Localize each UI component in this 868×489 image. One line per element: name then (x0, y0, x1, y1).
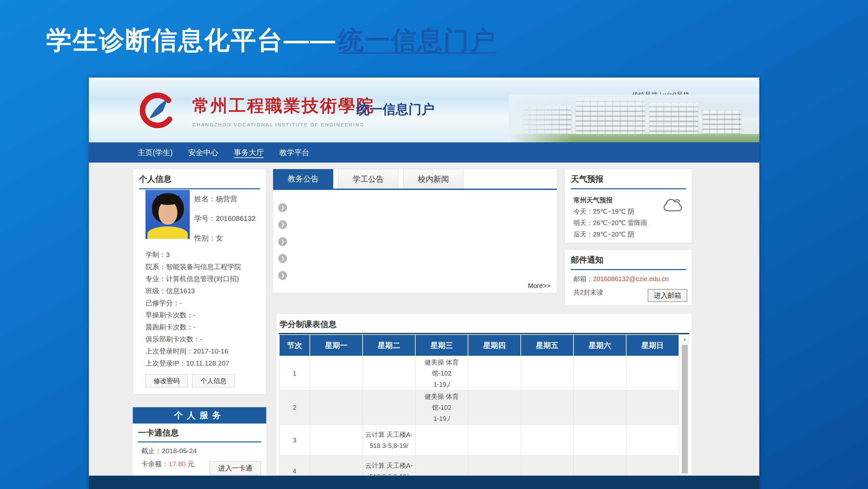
onecard-deadline: 截止：2018-05-24 (141, 446, 266, 455)
mail-unread-suffix: 封未读 (584, 289, 603, 296)
mail-unread-count: 2 (580, 289, 584, 296)
personal-services-title: 个人服务 (133, 407, 266, 424)
school-logo-icon (137, 92, 176, 132)
portal-header: 常州工程職業技術學院 CHANGZHOU VOCATIONAL INSTITUT… (89, 78, 759, 142)
weather-forecast-line: 后天：29℃~20℃ 阴 (574, 229, 692, 240)
profile-detail-line: 班级：信息1613 (146, 285, 261, 297)
schedule-cell (574, 356, 626, 391)
mail-address-label: 邮箱： (574, 275, 593, 283)
campus-ground (509, 134, 759, 142)
schedule-col-header: 星期六 (574, 335, 626, 356)
school-name-en: CHANGZHOU VOCATIONAL INSTITUTE OF ENGINE… (192, 122, 375, 127)
announcement-item[interactable]: ❯ (278, 216, 557, 233)
nav-item[interactable]: 事务大厅 (234, 148, 264, 158)
photo-fringe (157, 196, 179, 205)
mail-address-link[interactable]: 2016086132@czie.edu.cn (593, 275, 669, 283)
cloudy-weather-icon (661, 197, 685, 215)
slide-background: 学生诊断信息化平台——统一信息门户 常州工程職業技術學院 CHANGZHOU V… (0, 0, 868, 489)
campus-building (703, 110, 741, 134)
enter-mailbox-button[interactable]: 进入邮箱 (648, 289, 687, 302)
schedule-cell (310, 456, 363, 476)
campus-photo (509, 94, 759, 142)
onecard-balance-label: 卡余额： (141, 460, 168, 467)
portal-nav: 主页(学生)安全中心事务大厅教学平台 (89, 142, 759, 163)
schedule-period-cell: 1 (279, 356, 310, 391)
schedule-period-cell: 2 (279, 391, 310, 425)
chevron-circle-icon: ❯ (278, 220, 287, 229)
portal-footer (89, 476, 759, 489)
profile-summary-line: 学号：2016086132 (194, 209, 255, 228)
enter-onecard-button[interactable]: 进入一卡通 (210, 461, 261, 475)
schedule-row: 2健美操 体育馆-102 1-19,/ (279, 391, 679, 425)
profile-action-button[interactable]: 个人信息 (192, 374, 235, 387)
schedule-scrollbar[interactable]: ▲ (681, 334, 689, 474)
schedule-cell (626, 391, 679, 425)
personal-info-title: 个人信息 (139, 174, 260, 189)
schedule-table: 节次星期一星期二星期三星期四星期五星期六星期日 1健美操 体育馆-102 1-1… (279, 334, 679, 476)
profile-action-button[interactable]: 修改密码 (146, 374, 188, 387)
more-link[interactable]: More>> (528, 282, 550, 290)
slide-title-portal-link[interactable]: 统一信息门户 (338, 26, 496, 54)
schedule-row: 4云计算 天工楼A- 518 3-5,8-19/ (279, 456, 679, 476)
schedule-cell (574, 456, 626, 476)
personal-info-panel: 个人信息 姓名：杨营营学号：2016086132性别：女 学制：3院系：智能装备… (133, 169, 266, 394)
schedule-cell (521, 425, 574, 456)
weather-forecast-line: 明天：26℃~20℃ 雷阵雨 (574, 217, 692, 229)
nav-item[interactable]: 教学平台 (279, 148, 309, 158)
chevron-circle-icon: ❯ (278, 271, 287, 280)
school-identity: 常州工程職業技術學院 CHANGZHOU VOCATIONAL INSTITUT… (192, 94, 375, 127)
weather-panel: 天气预报 常州天气预报 今天：25℃~19℃ 阴明天：26℃~20℃ 雷阵雨后天… (565, 169, 692, 243)
profile-detail-line: 早操刷卡次数：- (146, 309, 261, 321)
chevron-circle-icon: ❯ (278, 254, 287, 263)
announcement-item[interactable]: ❯ (278, 199, 557, 216)
profile-detail-line: 学制：3 (146, 249, 261, 261)
schedule-table-head: 节次星期一星期二星期三星期四星期五星期六星期日 (279, 335, 679, 356)
nav-item[interactable]: 主页(学生) (138, 148, 173, 158)
campus-building (649, 103, 698, 134)
profile-summary-line: 姓名：杨营营 (194, 189, 255, 209)
schedule-row: 1健美操 体育馆-102 1-19,/ (279, 356, 679, 391)
campus-building (576, 97, 645, 134)
schedule-cell (521, 456, 574, 476)
profile-detail-line: 上次登录时间：2017-10-16 (146, 345, 261, 357)
tab-学工公告[interactable]: 学工公告 (338, 169, 398, 189)
profile-details: 学制：3院系：智能装备与信息工程学院专业：计算机信息管理(对口招)班级：信息16… (146, 249, 261, 369)
profile-detail-line: 晨跑刷卡次数：- (146, 321, 261, 333)
photo-shirt (148, 226, 188, 239)
announcement-item[interactable]: ❯ (278, 267, 557, 284)
schedule-cell (415, 456, 468, 476)
schedule-cell (468, 425, 521, 456)
schedule-cell (468, 391, 521, 425)
nav-item[interactable]: 安全中心 (188, 148, 218, 158)
chevron-circle-icon: ❯ (278, 203, 287, 212)
profile-actions: 修改密码个人信息 (146, 374, 235, 387)
schedule-cell (521, 356, 574, 391)
schedule-panel: 学分制课表信息 节次星期一星期二星期三星期四星期五星期六星期日 1健美操 体育馆… (276, 313, 692, 476)
scroll-up-icon[interactable]: ▲ (681, 334, 689, 344)
schedule-row: 3云计算 天工楼A- 518 3-5,8-19/ (279, 425, 679, 456)
tab-教务公告[interactable]: 教务公告 (273, 169, 333, 189)
scrollbar-thumb[interactable] (682, 345, 688, 473)
schedule-cell (521, 391, 574, 425)
mail-address-line: 邮箱：2016086132@czie.edu.cn (574, 275, 692, 283)
schedule-cell: 健美操 体育馆-102 1-19,/ (415, 391, 468, 425)
mail-unread-prefix: 共 (574, 289, 580, 296)
schedule-cell (363, 356, 415, 391)
announcement-list: ❯❯❯❯❯ (273, 190, 557, 284)
announcement-item[interactable]: ❯ (278, 250, 557, 267)
schedule-table-body: 1健美操 体育馆-102 1-19,/2健美操 体育馆-102 1-19,/3云… (279, 356, 679, 476)
profile-summary-line: 性别：女 (194, 228, 255, 248)
announcement-item[interactable]: ❯ (278, 233, 557, 250)
tab-校内新闻[interactable]: 校内新闻 (403, 169, 463, 189)
schedule-col-header: 星期三 (415, 335, 468, 356)
schedule-col-header: 节次 (279, 335, 310, 356)
profile-detail-line: 上次登录IP：10.11.128.207 (146, 357, 261, 369)
schedule-cell: 云计算 天工楼A- 518 3-5,8-19/ (363, 425, 415, 456)
schedule-cell (574, 425, 626, 456)
schedule-cell (468, 356, 521, 391)
slide-title-text: 学生诊断信息化平台—— (46, 26, 336, 54)
schedule-cell: 健美操 体育馆-102 1-19,/ (415, 356, 468, 391)
onecard-balance-value: 17.80 (168, 460, 186, 467)
mail-title: 邮件通知 (571, 254, 686, 270)
schedule-cell (468, 456, 521, 476)
